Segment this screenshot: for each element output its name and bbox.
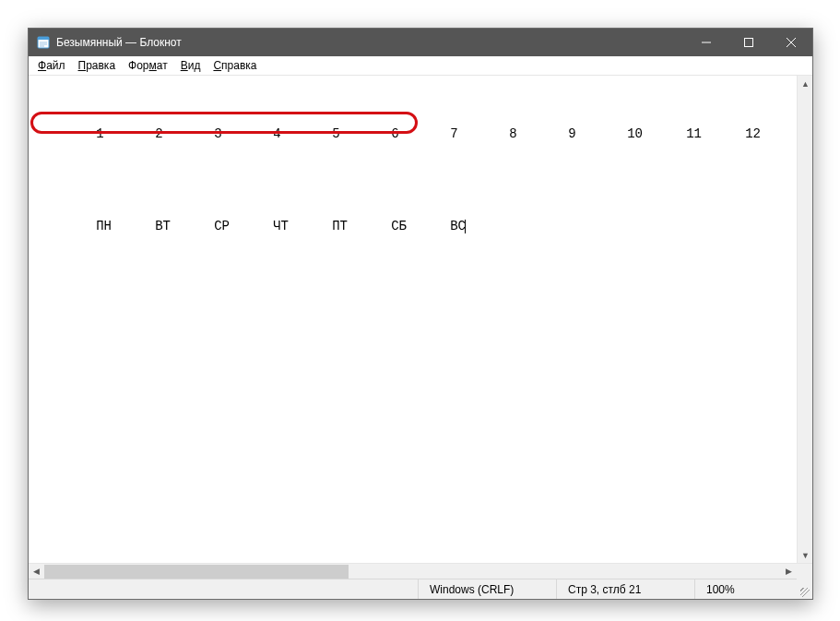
menu-view[interactable]: Вид (175, 58, 207, 73)
close-button[interactable] (770, 29, 812, 56)
text-line: ПНВТСРЧТПТСБВС (34, 201, 807, 218)
status-encoding: Windows (CRLF) (418, 579, 556, 599)
status-zoom: 100% (694, 579, 796, 599)
scroll-track[interactable] (44, 564, 781, 579)
statusbar: Windows (CRLF) Стр 3, стлб 21 100% (29, 579, 812, 599)
app-icon (36, 35, 51, 50)
menu-format[interactable]: Формат (123, 58, 173, 73)
text-area[interactable]: 12345678910111213 ПНВТСРЧТПТСБВС (29, 76, 812, 563)
menu-file[interactable]: Файл (32, 58, 71, 73)
scroll-down-icon[interactable]: ▼ (798, 547, 813, 563)
menubar: Файл Правка Формат Вид Справка (29, 56, 812, 75)
menu-edit[interactable]: Правка (73, 58, 122, 73)
titlebar[interactable]: Безымянный — Блокнот (29, 29, 812, 56)
resize-grip-icon[interactable] (796, 579, 812, 600)
editor-wrap: 12345678910111213 ПНВТСРЧТПТСБВС ▲ ▼ ◀ ▶ (29, 75, 812, 579)
svg-rect-6 (745, 39, 753, 47)
text-line (34, 155, 807, 172)
scroll-left-icon[interactable]: ◀ (29, 564, 44, 579)
text-cursor (465, 220, 466, 233)
notepad-window: Безымянный — Блокнот Файл Правка Формат … (28, 28, 813, 600)
maximize-button[interactable] (728, 29, 770, 56)
scroll-thumb[interactable] (44, 565, 349, 579)
minimize-button[interactable] (685, 29, 728, 56)
svg-rect-1 (38, 37, 49, 40)
vertical-scrollbar[interactable]: ▲ ▼ (797, 76, 812, 563)
menu-help[interactable]: Справка (207, 58, 262, 73)
window-title: Безымянный — Блокнот (56, 36, 182, 49)
horizontal-scrollbar[interactable]: ◀ ▶ (29, 563, 812, 579)
status-position: Стр 3, стлб 21 (556, 579, 694, 599)
text-line: 12345678910111213 (34, 109, 807, 125)
scroll-right-icon[interactable]: ▶ (781, 564, 797, 579)
scroll-corner (797, 564, 812, 579)
window-controls (685, 29, 812, 56)
scroll-up-icon[interactable]: ▲ (798, 76, 813, 91)
